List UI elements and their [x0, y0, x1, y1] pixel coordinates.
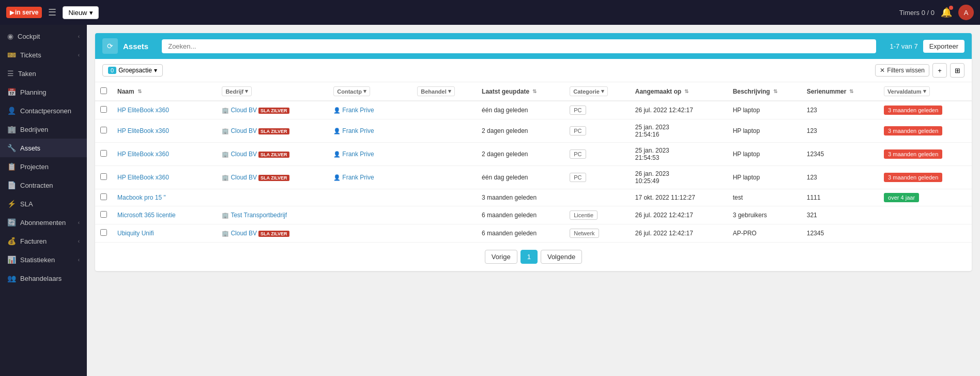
avatar[interactable]: A: [958, 5, 974, 20]
row-checkbox[interactable]: [100, 173, 107, 180]
logo-icon: ▶: [10, 9, 14, 16]
row-lastupdate: 6 maanden geleden: [477, 224, 564, 243]
row-checkbox[interactable]: [100, 229, 107, 236]
chevron-left-icon: ‹: [78, 52, 80, 58]
sidebar-item-facturen[interactable]: 💰 Facturen ‹: [0, 232, 87, 250]
company-link[interactable]: Cloud BV: [231, 127, 257, 134]
add-filter-button[interactable]: +: [932, 63, 947, 78]
company-icon: 🏢: [222, 128, 229, 134]
row-contact: [328, 206, 412, 224]
company-tag: 🏢Cloud BV: [222, 174, 257, 181]
company-link[interactable]: Cloud BV: [231, 151, 257, 158]
expiry-filter[interactable]: Vervaldatum ▾: [884, 86, 929, 96]
row-contact: 👤Frank Prive: [328, 143, 412, 166]
sidebar-item-bedrijven[interactable]: 🏢 Bedrijven: [0, 120, 87, 139]
sidebar-item-label: Taken: [18, 70, 36, 78]
sort-icon[interactable]: ⇅: [684, 88, 688, 94]
asset-name-link[interactable]: HP EliteBook x360: [117, 127, 169, 134]
columns-button[interactable]: ⊞: [950, 63, 964, 78]
row-checkbox[interactable]: [100, 106, 107, 113]
row-name: Macbook pro 15 ": [112, 189, 217, 206]
row-name: HP EliteBook x360: [112, 166, 217, 189]
sidebar-item-cockpit[interactable]: ◉ Cockpit ‹: [0, 27, 87, 46]
sidebar-item-taken[interactable]: ☰ Taken: [0, 64, 87, 83]
new-button[interactable]: Nieuw ▾: [63, 6, 98, 19]
row-expiry: [879, 206, 972, 224]
person-icon: 👤: [333, 174, 341, 181]
company-link[interactable]: Cloud BV: [231, 174, 257, 181]
select-all-checkbox[interactable]: [100, 87, 107, 94]
category-badge: Licentie: [570, 210, 598, 220]
row-company: 🏢Cloud BVSLA zilver: [217, 143, 328, 166]
company-link[interactable]: Test Transportbedrijf: [231, 212, 287, 219]
asset-name-link[interactable]: HP EliteBook x360: [117, 174, 169, 181]
sidebar-item-assets[interactable]: 🔧 Assets: [0, 139, 87, 157]
contact-person-link[interactable]: Frank Prive: [342, 107, 374, 114]
bedrijf-filter[interactable]: Bedrijf ▾: [222, 86, 252, 96]
logo: ▶ in serve: [6, 7, 42, 18]
row-created: 25 jan. 2023 21:54:53: [630, 143, 728, 166]
export-button[interactable]: Exporteer: [923, 40, 964, 53]
category-badge: PC: [570, 149, 586, 159]
contact-filter[interactable]: Contactp ▾: [333, 86, 370, 96]
next-page-button[interactable]: Volgende: [541, 250, 582, 264]
sidebar-item-contracten[interactable]: 📄 Contracten: [0, 176, 87, 194]
table-row: Ubiquity Unifi🏢Cloud BVSLA zilver6 maand…: [95, 224, 972, 243]
sort-icon[interactable]: ⇅: [773, 88, 777, 94]
row-checkbox[interactable]: [100, 193, 107, 200]
sort-icon[interactable]: ⇅: [532, 88, 537, 94]
asset-name-link[interactable]: HP EliteBook x360: [117, 107, 169, 114]
chevron-down-icon: ▾: [923, 88, 926, 95]
sort-icon[interactable]: ⇅: [137, 88, 142, 94]
row-handler: [412, 143, 477, 166]
sidebar-item-statistieken[interactable]: 📊 Statistieken ‹: [0, 250, 87, 269]
page-1-button[interactable]: 1: [520, 250, 538, 264]
asset-name-link[interactable]: HP EliteBook x360: [117, 151, 169, 158]
row-checkbox-cell: [95, 143, 112, 166]
row-company: 🏢Cloud BVSLA zilver: [217, 224, 328, 243]
search-input[interactable]: [162, 39, 876, 53]
group-action-button[interactable]: 0 Groepsactie ▾: [102, 64, 163, 77]
new-button-label: Nieuw: [68, 9, 87, 17]
contact-link: 👤Frank Prive: [333, 151, 374, 158]
handler-filter[interactable]: Behandel ▾: [417, 86, 455, 96]
sidebar-item-planning[interactable]: 📅 Planning: [0, 83, 87, 101]
person-icon: 👤: [333, 107, 341, 114]
abonnementen-icon: 🔄: [7, 218, 16, 227]
contact-link: 👤Frank Prive: [333, 174, 374, 181]
row-name: HP EliteBook x360: [112, 143, 217, 166]
row-name: HP EliteBook x360: [112, 119, 217, 143]
filter-clear-button[interactable]: ✕ Filters wissen: [875, 64, 929, 77]
contact-person-link[interactable]: Frank Prive: [342, 174, 374, 181]
sidebar-item-sla[interactable]: ⚡ SLA: [0, 194, 87, 213]
behandelaars-icon: 👥: [7, 274, 16, 282]
asset-name-link[interactable]: Macbook pro 15 ": [117, 194, 166, 201]
sidebar-item-label: Facturen: [20, 237, 47, 245]
cockpit-icon: ◉: [7, 32, 13, 40]
asset-name-link[interactable]: Microsoft 365 licentie: [117, 212, 176, 219]
row-checkbox[interactable]: [100, 127, 107, 133]
hamburger-icon[interactable]: ☰: [48, 7, 56, 18]
sort-icon[interactable]: ⇅: [849, 88, 853, 94]
sidebar-item-behandelaars[interactable]: 👥 Behandelaars: [0, 269, 87, 288]
row-company: 🏢Cloud BVSLA zilver: [217, 101, 328, 119]
notifications-icon[interactable]: 🔔: [941, 7, 952, 18]
navbar-left: ▶ in serve ☰ Nieuw ▾: [6, 6, 99, 19]
company-link[interactable]: Cloud BV: [231, 107, 257, 114]
sidebar-item-tickets[interactable]: 🎫 Tickets ‹: [0, 46, 87, 64]
contact-person-link[interactable]: Frank Prive: [342, 127, 374, 134]
th-name: Naam ⇅: [112, 82, 217, 101]
row-checkbox[interactable]: [100, 150, 107, 157]
sidebar-item-abonnementen[interactable]: 🔄 Abonnementen ‹: [0, 213, 87, 232]
sidebar-item-projecten[interactable]: 📋 Projecten: [0, 157, 87, 176]
category-filter[interactable]: Categorie ▾: [570, 86, 608, 96]
asset-name-link[interactable]: Ubiquity Unifi: [117, 230, 154, 237]
row-checkbox[interactable]: [100, 211, 107, 218]
prev-page-button[interactable]: Vorige: [485, 250, 517, 264]
sidebar-item-label: Cockpit: [18, 33, 40, 40]
sla-badge: SLA zilver: [258, 175, 289, 181]
contact-person-link[interactable]: Frank Prive: [342, 151, 374, 158]
refresh-button[interactable]: ⟳: [102, 38, 118, 54]
company-link[interactable]: Cloud BV: [231, 230, 257, 237]
sidebar-item-contactpersonen[interactable]: 👤 Contactpersonen: [0, 101, 87, 120]
